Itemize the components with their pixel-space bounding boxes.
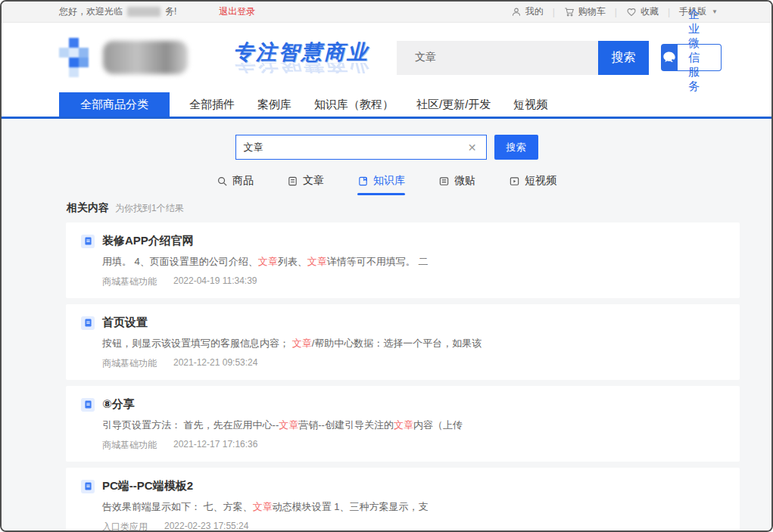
user-icon [511,7,522,17]
result-list: 装修APP介绍官网用填。 4、页面设置里的公司介绍、文章列表、文章详情等可不用填… [66,222,740,530]
wecom-label: 企业微信服务商 [678,44,722,71]
result-snippet: 引导页设置方法： 首先，先在应用中心--文章营销--创建引导关注的文章内容（上传 [81,418,725,432]
tab-label: 短视频 [525,174,556,188]
result-category: 商城基础功能 [102,275,157,288]
result-item-1[interactable]: 首页设置按钮，则显示该设置填写的客服信息内容； 文章/帮助中心数据：选择一个平台… [66,304,740,380]
all-categories-button[interactable]: 全部商品分类 [59,92,170,117]
heart-icon [626,7,637,17]
search-results-page: 文章 ✕ 搜索 商品文章知识库微贴短视频 相关内容 为你找到1个结果 装修APP… [2,119,771,530]
greeting-suffix: 务! [165,5,176,18]
site-header: 专注智慧商业 专注智慧商业 文章 搜索 企业微信服务商 [2,23,771,92]
censored-logo-text [103,41,188,74]
tab-3[interactable]: 微贴 [438,171,475,191]
topbar-link-0[interactable]: 我的 [511,5,544,18]
result-meta: 商城基础功能2021-12-21 09:53:24 [81,357,725,370]
topbar-link-label: 我的 [525,5,544,18]
snippet-text: 引导页设置方法： 首先，先在应用中心-- [102,419,279,431]
tab-4[interactable]: 短视频 [509,171,556,191]
book-icon [357,176,369,187]
separator: | [615,7,617,17]
result-title: 首页设置 [102,316,148,330]
snippet-text: 营销--创建引导关注的 [298,419,394,431]
keyword-highlight: 文章 [258,256,278,267]
tab-label: 知识库 [373,174,405,188]
keyword-highlight: 文章 [394,419,413,431]
logout-link[interactable]: 退出登录 [219,5,255,18]
nav-items: 全部插件案例库知识库（教程）社区/更新/开发短视频 [189,92,547,117]
result-item-2[interactable]: ⑧分享引导页设置方法： 首先，先在应用中心--文章营销--创建引导关注的文章内容… [66,386,740,462]
nav-item-3[interactable]: 社区/更新/开发 [416,98,491,112]
wecom-service-button[interactable]: 企业微信服务商 [661,44,722,71]
result-title: 装修APP介绍官网 [102,234,194,248]
result-snippet: 告效果前端显示如下： 七、方案、文章动态模块设置 1、三种方案显示，支 [81,500,725,514]
topbar-link-label: 购物车 [578,5,606,18]
nav-item-4[interactable]: 短视频 [513,98,547,112]
slogan-reflection: 专注智慧商业 [233,63,369,73]
tab-1[interactable]: 文章 [287,171,324,191]
result-meta: 入口类应用2022-02-23 17:55:24 [81,521,725,530]
result-type-tabs: 商品文章知识库微贴短视频 [2,171,771,191]
inner-search: 文章 ✕ 搜索 [235,135,538,160]
header-search-input[interactable]: 文章 [397,41,598,75]
result-item-0[interactable]: 装修APP介绍官网用填。 4、页面设置里的公司介绍、文章列表、文章详情等可不用填… [66,222,740,298]
snippet-text: 动态模块设置 1、三种方案显示，支 [273,501,429,512]
tab-label: 微贴 [454,174,475,188]
topbar-link-label: 收藏 [641,5,659,18]
result-meta: 商城基础功能2022-04-19 11:34:39 [81,275,725,288]
keyword-highlight: 文章 [253,501,273,512]
tab-0[interactable]: 商品 [217,171,254,191]
separator: | [668,7,670,17]
inner-search-box[interactable]: 文章 ✕ [235,135,487,160]
search-icon [217,176,228,187]
main-nav: 全部商品分类 全部插件案例库知识库（教程）社区/更新/开发短视频 [2,92,771,119]
snippet-text: 列表、 [278,256,307,267]
nav-item-2[interactable]: 知识库（教程） [314,98,394,112]
clear-search-icon[interactable]: ✕ [466,142,478,154]
cart-icon [564,7,575,17]
site-logo[interactable] [59,38,188,77]
topbar-link-2[interactable]: 收藏 [626,5,659,18]
inner-search-button[interactable]: 搜索 [494,135,538,160]
censored-shop-name [127,7,161,17]
result-category: 商城基础功能 [102,439,157,452]
header-search-button[interactable]: 搜索 [598,41,649,75]
nav-item-0[interactable]: 全部插件 [189,98,235,112]
logo-pixel-icon [59,38,98,77]
result-date: 2022-04-19 11:34:39 [173,275,257,288]
caret-down-icon: ▼ [712,8,718,15]
results-count: 为你找到1个结果 [115,202,184,215]
result-snippet: 用填。 4、页面设置里的公司介绍、文章列表、文章详情等可不用填写。 二 [81,255,725,269]
topbar-links: 我的|购物车|收藏|手机版▼ [511,5,718,18]
snippet-text: 详情等可不用填写。 二 [327,256,429,267]
result-title: ⑧分享 [102,397,135,412]
tab-label: 文章 [303,174,324,188]
tab-label: 商品 [232,174,254,188]
keyword-highlight: 文章 [292,338,312,349]
result-item-3[interactable]: PC端--PC端模板2告效果前端显示如下： 七、方案、文章动态模块设置 1、三种… [66,468,740,530]
separator: | [553,7,555,17]
result-category: 商城基础功能 [102,357,157,370]
result-title: PC端--PC端模板2 [102,479,193,493]
result-category: 入口类应用 [102,521,148,530]
snippet-text: 用填。 4、页面设置里的公司介绍、 [102,256,258,267]
result-date: 2021-12-21 09:53:24 [173,357,257,370]
result-meta: 商城基础功能2021-12-17 17:16:36 [81,439,725,452]
slogan-text: 专注智慧商业 [233,41,369,64]
topbar-link-1[interactable]: 购物车 [564,5,606,18]
tab-2[interactable]: 知识库 [357,171,405,191]
results-header: 相关内容 为你找到1个结果 [59,201,733,215]
document-icon [81,316,95,330]
video-icon [509,176,520,187]
greeting-area: 您好，欢迎光临 务! 退出登录 [59,5,255,18]
keyword-highlight: 文章 [279,419,298,431]
snippet-text: 内容（上传 [413,419,463,431]
snippet-text: 按钮，则显示该设置填写的客服信息内容； [102,338,292,349]
snippet-text: /帮助中心数据：选择一个平台，如果该 [312,338,482,349]
doc-icon [287,176,298,187]
result-date: 2021-12-17 17:16:36 [173,439,257,452]
greeting-prefix: 您好，欢迎光临 [59,5,123,18]
keyword-highlight: 文章 [307,256,327,267]
header-search: 文章 搜索 [397,41,649,75]
nav-item-1[interactable]: 案例库 [257,98,291,112]
result-date: 2022-02-23 17:55:24 [164,521,248,530]
